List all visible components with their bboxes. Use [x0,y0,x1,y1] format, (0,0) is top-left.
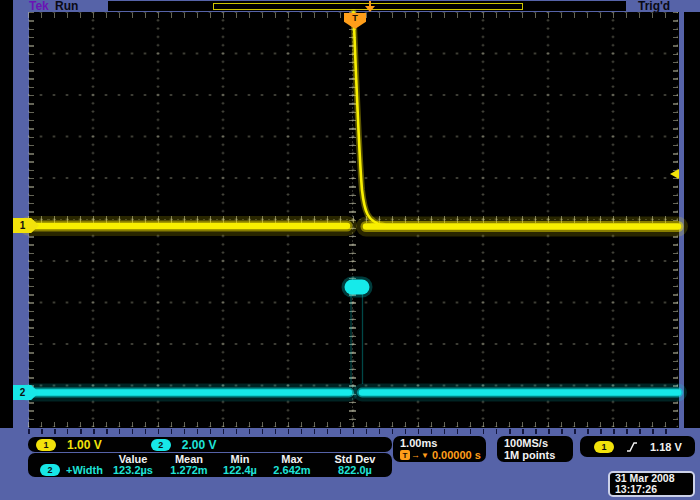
triangle-marker-icon: ▼ [421,451,429,460]
meas-header-mean: Mean [164,453,214,465]
meas-source-badge: 2 [40,464,60,476]
ch2-marker-label: 2 [20,387,26,398]
ch1-marker-label: 1 [20,220,26,231]
right-border-bar [679,12,684,428]
datetime-readout[interactable]: 31 Mar 2008 13:17:26 [608,471,695,497]
horizontal-position-row: T → ▼ 0.00000 s [400,449,486,461]
rising-edge-icon [626,441,638,453]
ch1-badge: 1 [36,439,56,451]
panel-edge-ticks [28,429,678,434]
trigger-readout[interactable]: 1 1.18 V [580,436,695,457]
readout-panel: 1 1.00 V 2 2.00 V Value Mean Min Max Std… [0,428,700,500]
horizontal-readout[interactable]: 1.00ms T → ▼ 0.00000 s [393,436,486,462]
meas-header-value: Value [102,453,164,465]
trigger-level: 1.18 V [650,441,682,453]
ch2-scale: 2.00 V [182,438,217,452]
arrow-right-icon: → [411,450,420,460]
measurement-readout[interactable]: Value Mean Min Max Std Dev 2 +Width 123.… [28,453,392,477]
trigger-t-icon: T [400,450,410,460]
oscilloscope-screen: Tek Run Trig'd [0,0,700,500]
graticule-right-ticks [673,12,678,427]
trigger-source-badge: 1 [594,441,614,453]
acquisition-readout[interactable]: 100MS/s 1M points [497,436,573,462]
ch1-scale: 1.00 V [67,438,102,452]
time-text: 13:17:26 [615,484,693,495]
measurement-name: +Width [66,464,103,476]
channel-scale-readout[interactable]: 1 1.00 V 2 2.00 V [28,437,392,452]
record-length: 1M points [504,449,573,461]
horizontal-position: 0.00000 s [432,449,481,461]
meas-min: 122.4µ [214,464,266,476]
sample-rate: 100MS/s [504,437,573,449]
trigger-marker-label: T [352,13,358,29]
center-horizontal-axis [28,219,678,220]
measurement-source: 2 +Width [28,464,102,476]
meas-header-stddev: Std Dev [318,453,392,465]
record-view-strip [108,1,626,11]
meas-header-min: Min [214,453,266,465]
meas-max: 2.642m [266,464,318,476]
trigger-level-arrow-icon[interactable] [670,169,679,179]
ch2-badge: 2 [151,439,171,451]
graticule-bottom-ticks [28,422,678,427]
meas-value: 123.2µs [102,464,164,476]
timebase: 1.00ms [400,437,486,449]
meas-header-max: Max [266,453,318,465]
meas-stddev: 822.0µ [318,464,392,476]
top-status-bar: Tek Run Trig'd [13,0,700,12]
meas-mean: 1.272m [164,464,214,476]
